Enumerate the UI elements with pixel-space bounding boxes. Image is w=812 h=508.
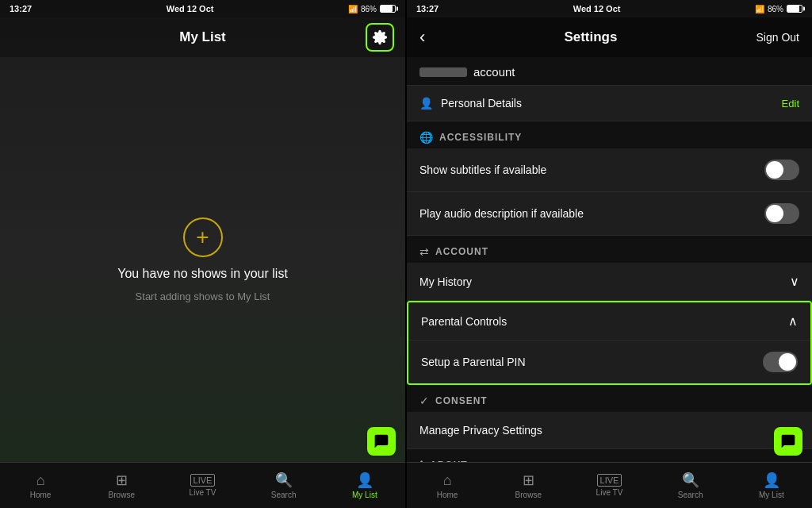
account-section-icon: ⇄ [419, 245, 429, 258]
livetv-label-left: Live TV [190, 488, 216, 497]
audio-desc-toggle[interactable] [764, 203, 799, 224]
personal-details-left: 👤 Personal Details [419, 97, 522, 110]
bottom-nav-left: ⌂ Home ⊞ Browse LIVE Live TV 🔍 Search 👤 … [0, 462, 405, 508]
battery-pct-left: 86% [361, 5, 377, 13]
time-right: 13:27 [416, 4, 439, 13]
mylist-label-right: My List [759, 491, 784, 499]
livetv-icon-right: LIVE [597, 474, 622, 487]
wifi-icon-right: 📶 [755, 5, 764, 13]
mylist-icon-left: 👤 [356, 471, 373, 489]
parental-pin-item[interactable]: Setup a Parental PIN [408, 340, 810, 383]
section-about: ℹ ABOUT About the app › Feedback › Help … [407, 452, 812, 462]
consent-label: CONSENT [435, 395, 488, 406]
search-label-right: Search [678, 491, 703, 499]
nav-mylist-right[interactable]: 👤 My List [748, 471, 795, 499]
search-label-left: Search [271, 491, 297, 499]
chat-fab-left[interactable] [367, 427, 396, 456]
parental-pin-toggle[interactable] [763, 352, 798, 372]
battery-bar-left [380, 5, 396, 13]
mylist-icon-right: 👤 [763, 471, 780, 489]
settings-scroll: account 👤 Personal Details Edit 🌐 ACCESS… [407, 57, 812, 462]
parental-controls-chevron: ∧ [788, 314, 798, 329]
parental-controls-label: Parental Controls [421, 315, 507, 328]
settings-button[interactable] [366, 23, 394, 52]
livetv-icon-left: LIVE [190, 474, 216, 487]
my-list-title: My List [179, 29, 226, 45]
accessibility-header: 🌐 ACCESSIBILITY [407, 125, 812, 148]
subtitles-label: Show subtitles if available [419, 164, 546, 176]
livetv-label-right: Live TV [596, 488, 623, 497]
person-icon: 👤 [419, 97, 433, 110]
left-panel: 13:27 Wed 12 Oct 📶 86% My List + You hav… [0, 0, 405, 508]
nav-browse-left[interactable]: ⊞ Browse [98, 471, 145, 499]
section-accessibility: 🌐 ACCESSIBILITY Show subtitles if availa… [407, 125, 812, 236]
right-panel: 13:27 Wed 12 Oct 📶 86% ‹ Settings Sign O… [407, 0, 812, 508]
accessibility-icon: 🌐 [419, 131, 433, 144]
nav-livetv-left[interactable]: LIVE Live TV [178, 474, 226, 497]
account-header: account [407, 57, 812, 85]
personal-details-label: Personal Details [441, 97, 522, 110]
battery-bar-right [787, 5, 802, 13]
account-label: account [473, 65, 515, 79]
status-icons-left: 📶 86% [348, 5, 396, 13]
home-icon-right: ⌂ [443, 472, 452, 489]
nav-search-left[interactable]: 🔍 Search [260, 471, 308, 499]
my-history-item[interactable]: My History ∨ [407, 263, 812, 301]
subtitles-item[interactable]: Show subtitles if available [407, 148, 812, 192]
consent-header: ✓ CONSENT [407, 388, 812, 412]
section-account: ⇄ ACCOUNT My History ∨ Parental Controls… [407, 239, 812, 385]
parental-pin-label: Setup a Parental PIN [421, 356, 526, 368]
battery-pct-right: 86% [768, 5, 783, 13]
nav-home-left[interactable]: ⌂ Home [17, 472, 64, 499]
date-left: Wed 12 Oct [167, 4, 214, 13]
mylist-label-left: My List [352, 491, 377, 499]
account-section-label: ACCOUNT [435, 246, 488, 257]
about-header: ℹ ABOUT [407, 452, 812, 462]
account-avatar-blur [419, 67, 467, 77]
home-icon-left: ⌂ [36, 472, 45, 489]
empty-state: + You have no shows in your list Start a… [0, 57, 405, 462]
empty-subtitle: Start adding shows to My List [136, 291, 270, 302]
nav-livetv-right[interactable]: LIVE Live TV [585, 474, 633, 497]
browse-label-left: Browse [109, 491, 135, 499]
bottom-nav-right: ⌂ Home ⊞ Browse LIVE Live TV 🔍 Search 👤 … [407, 462, 812, 508]
privacy-settings-label: Manage Privacy Settings [419, 424, 542, 437]
sign-out-button[interactable]: Sign Out [756, 31, 799, 44]
my-history-chevron: ∨ [790, 274, 799, 289]
nav-browse-right[interactable]: ⊞ Browse [504, 471, 552, 499]
subtitles-toggle[interactable] [764, 160, 799, 180]
status-bar-left: 13:27 Wed 12 Oct 📶 86% [0, 0, 405, 17]
audio-desc-item[interactable]: Play audio description if available [407, 192, 812, 236]
status-icons-right: 📶 86% [755, 5, 802, 13]
browse-icon-right: ⊞ [523, 471, 534, 489]
search-icon-left: 🔍 [275, 471, 293, 489]
parental-controls-section: Parental Controls ∧ Setup a Parental PIN [407, 301, 812, 385]
browse-label-right: Browse [515, 491, 542, 499]
settings-header: ‹ Settings Sign Out [407, 17, 812, 57]
browse-icon-left: ⊞ [116, 471, 128, 489]
personal-details-edit[interactable]: Edit [782, 98, 799, 110]
parental-controls-item[interactable]: Parental Controls ∧ [408, 302, 810, 340]
accessibility-label: ACCESSIBILITY [439, 132, 522, 143]
account-section-header: ⇄ ACCOUNT [407, 239, 812, 263]
settings-title: Settings [564, 29, 617, 45]
my-history-label: My History [419, 275, 472, 288]
date-right: Wed 12 Oct [573, 4, 621, 13]
privacy-settings-item[interactable]: Manage Privacy Settings › [407, 412, 812, 449]
nav-mylist-left[interactable]: 👤 My List [341, 471, 389, 499]
chat-fab-right[interactable] [774, 427, 802, 456]
section-personal: 👤 Personal Details Edit [407, 85, 812, 121]
search-icon-right: 🔍 [682, 471, 699, 489]
status-bar-right: 13:27 Wed 12 Oct 📶 86% [407, 0, 812, 17]
back-button[interactable]: ‹ [419, 27, 425, 48]
left-header: My List [0, 17, 405, 57]
nav-search-right[interactable]: 🔍 Search [667, 471, 714, 499]
personal-details-item[interactable]: 👤 Personal Details Edit [407, 85, 812, 121]
home-label-left: Home [30, 491, 52, 499]
consent-icon: ✓ [419, 394, 429, 407]
empty-title: You have no shows in your list [117, 267, 288, 281]
time-left: 13:27 [10, 4, 32, 13]
nav-home-right[interactable]: ⌂ Home [423, 472, 471, 499]
section-consent: ✓ CONSENT Manage Privacy Settings › [407, 388, 812, 449]
add-circle-icon[interactable]: + [183, 217, 223, 257]
